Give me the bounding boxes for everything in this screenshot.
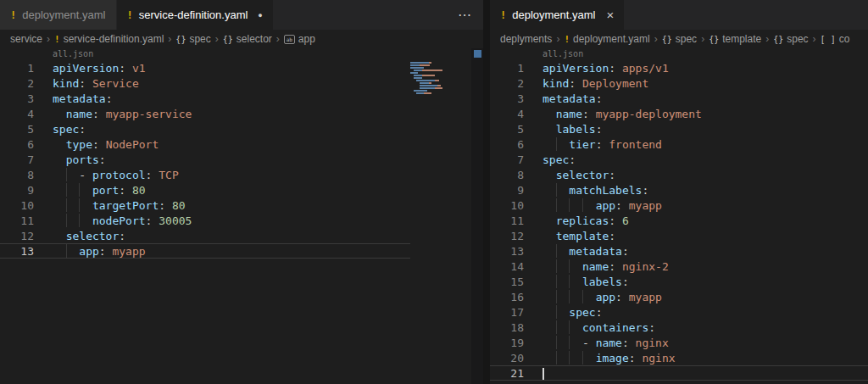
code-line[interactable]: 2kind: Service bbox=[0, 75, 410, 91]
indent-guide bbox=[582, 351, 596, 365]
text-cursor bbox=[542, 368, 544, 380]
code-line[interactable]: 3metadata: bbox=[490, 91, 868, 106]
minimap[interactable] bbox=[410, 48, 471, 384]
code-line[interactable]: 6 tier: frontend bbox=[490, 136, 868, 152]
code-token: matchLabels bbox=[569, 184, 642, 197]
code-token: myapp bbox=[629, 291, 662, 303]
breadcrumb-item-selector[interactable]: {}selector bbox=[223, 33, 272, 45]
code-token: protocol bbox=[92, 169, 146, 181]
code-line[interactable]: 2kind: Deployment bbox=[490, 75, 868, 91]
line-content: matchLabels: bbox=[542, 183, 868, 197]
code-token: myapp bbox=[112, 245, 145, 258]
code-line[interactable]: 5 labels: bbox=[490, 121, 868, 136]
code-line[interactable]: 8 - protocol: TCP bbox=[0, 167, 410, 182]
tab-service-definition.yaml[interactable]: !service-definition.yaml● bbox=[117, 0, 274, 30]
code-token: name bbox=[556, 108, 582, 120]
code-token: : bbox=[106, 92, 113, 105]
code-line[interactable]: 1apiVersion: apps/v1 bbox=[490, 60, 868, 75]
scrollbar[interactable] bbox=[471, 48, 483, 384]
code-token: apiVersion bbox=[53, 62, 119, 75]
line-content: metadata: bbox=[53, 92, 410, 105]
line-content: app: myapp bbox=[542, 198, 868, 212]
breadcrumb-item-service[interactable]: service bbox=[10, 33, 42, 45]
tab-deployment.yaml[interactable]: !deployment.yaml bbox=[0, 0, 117, 30]
line-number: 11 bbox=[490, 214, 542, 227]
code-line[interactable]: 21 bbox=[490, 365, 868, 381]
code-token: nginx bbox=[636, 337, 669, 349]
code-line[interactable]: 18 containers: bbox=[490, 320, 868, 335]
line-number: 8 bbox=[490, 168, 542, 181]
minimap-value-mark bbox=[435, 87, 442, 89]
tab-deployment.yaml[interactable]: !deployment.yaml× bbox=[490, 0, 625, 30]
code-line[interactable]: 11 nodePort: 30005 bbox=[0, 213, 410, 228]
code-line[interactable]: 8 selector: bbox=[490, 167, 868, 182]
indent-guide bbox=[556, 198, 570, 212]
code-token: : bbox=[99, 245, 113, 258]
code-token: myapp-service bbox=[106, 108, 192, 120]
code-line[interactable]: 5spec: bbox=[0, 121, 410, 136]
minimap-value-mark bbox=[422, 70, 442, 71]
code-token: : bbox=[92, 108, 106, 120]
line-number: 9 bbox=[490, 183, 542, 197]
minimap-key-mark bbox=[420, 85, 438, 86]
code-line[interactable]: 10 targetPort: 80 bbox=[0, 198, 410, 213]
code-line[interactable]: 12 selector: bbox=[0, 228, 410, 243]
indent-guide bbox=[556, 305, 570, 319]
code-line[interactable]: 10 app: myapp bbox=[490, 198, 868, 213]
line-number: 12 bbox=[0, 229, 53, 242]
code-token: : bbox=[92, 138, 106, 151]
code-line[interactable]: 12 template: bbox=[490, 228, 868, 243]
code-line[interactable]: 9 matchLabels: bbox=[490, 182, 868, 198]
code-line[interactable]: 14 name: nginx-2 bbox=[490, 259, 868, 274]
line-number: 10 bbox=[0, 198, 53, 212]
code-line[interactable]: 7spec: bbox=[490, 152, 868, 167]
tab-bar: !deployment.yaml× bbox=[490, 0, 868, 30]
breadcrumb-item-service-definition.yaml[interactable]: !service-definition.yaml bbox=[54, 33, 164, 45]
code-line[interactable]: 11 replicas: 6 bbox=[490, 213, 868, 228]
minimap-key-mark bbox=[414, 77, 423, 79]
line-content: spec: bbox=[53, 122, 410, 136]
line-number: 2 bbox=[490, 76, 542, 90]
line-content: containers: bbox=[542, 320, 868, 334]
code-line[interactable]: 13 app: myapp bbox=[0, 243, 410, 259]
code-line[interactable]: 6 type: NodePort bbox=[0, 136, 410, 152]
code-line[interactable]: 17 spec: bbox=[490, 304, 868, 320]
line-content: app: myapp bbox=[542, 290, 868, 303]
indent-guide bbox=[542, 351, 556, 365]
code-line[interactable]: 19 - name: nginx bbox=[490, 335, 868, 350]
breadcrumb-item-spec[interactable]: {}spec bbox=[662, 33, 697, 45]
code-token: app bbox=[596, 199, 615, 212]
code-line[interactable]: 4 name: myapp-deployment bbox=[490, 106, 868, 121]
code-line[interactable]: 9 port: 80 bbox=[0, 182, 410, 198]
indent-guide bbox=[66, 183, 80, 197]
code-token: : bbox=[79, 77, 92, 90]
code-line[interactable]: 1apiVersion: v1 bbox=[0, 60, 410, 75]
indent-guide bbox=[66, 244, 80, 258]
code-line[interactable]: 7 ports: bbox=[0, 152, 410, 167]
code-line[interactable]: 20 image: nginx bbox=[490, 350, 868, 365]
code-token: kind bbox=[53, 77, 79, 90]
breadcrumb-item-deplyments[interactable]: deplyments bbox=[500, 33, 552, 45]
close-icon[interactable]: × bbox=[607, 8, 615, 21]
breadcrumb: service›!service-definition.yaml›{}spec›… bbox=[0, 30, 483, 48]
breadcrumb-separator-icon: › bbox=[168, 33, 171, 45]
code-line[interactable]: 4 name: myapp-service bbox=[0, 106, 410, 121]
code-line[interactable]: 16 app: myapp bbox=[490, 289, 868, 304]
code-token: apps/v1 bbox=[622, 62, 669, 75]
code-line[interactable]: 13 metadata: bbox=[490, 243, 868, 259]
breadcrumb-item-app[interactable]: abapp bbox=[284, 33, 315, 45]
file-warning-icon: ! bbox=[500, 9, 506, 21]
code-token: : bbox=[119, 230, 125, 242]
tab-list: !deployment.yaml!service-definition.yaml… bbox=[0, 0, 274, 30]
breadcrumb-item-template[interactable]: {}template bbox=[709, 33, 761, 45]
indent-guide bbox=[582, 198, 596, 212]
code-line[interactable]: 15 labels: bbox=[490, 274, 868, 289]
code-line[interactable]: 3metadata: bbox=[0, 91, 410, 106]
more-actions-icon[interactable]: ⋯ bbox=[446, 7, 483, 23]
minimap-line bbox=[414, 70, 471, 71]
breadcrumb-item-deployment.yaml[interactable]: !deployment.yaml bbox=[564, 33, 649, 45]
editor-group-sash[interactable] bbox=[483, 0, 490, 384]
breadcrumb-item-co[interactable]: [ ]co bbox=[821, 33, 850, 45]
breadcrumb-item-spec[interactable]: {}spec bbox=[773, 33, 808, 45]
breadcrumb-item-spec[interactable]: {}spec bbox=[175, 33, 210, 45]
